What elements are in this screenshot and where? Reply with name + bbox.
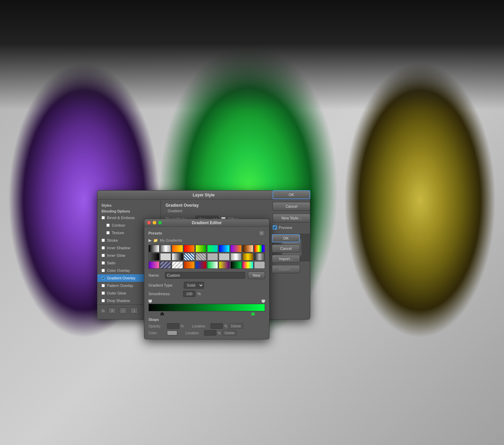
ge-stop-color-label: Color: <box>148 331 166 335</box>
ge-folder-row[interactable]: ▶ 📁 My Gradients <box>148 238 265 243</box>
ge-opacity-stop-right[interactable] <box>262 300 265 303</box>
gradient-editor-body: OK Cancel Import... Export... Presets ⚙ … <box>144 227 269 339</box>
preset-swatch-13[interactable] <box>172 253 183 261</box>
preset-swatch-2[interactable] <box>160 245 171 252</box>
preset-swatch-18[interactable] <box>230 253 241 261</box>
preset-swatch-11[interactable] <box>148 253 159 261</box>
ls-checkbox-inner-glow[interactable] <box>101 254 105 257</box>
ge-gradient-area <box>148 300 265 315</box>
ge-expand-icon: ▶ <box>148 238 152 243</box>
preset-swatch-15[interactable] <box>195 253 206 261</box>
preset-swatch-7[interactable] <box>219 245 230 252</box>
preset-swatch-19[interactable] <box>242 253 253 261</box>
preset-swatch-23[interactable] <box>172 261 183 269</box>
preset-swatch-17[interactable] <box>219 253 230 261</box>
ls-checkbox-outer-glow[interactable] <box>101 291 105 295</box>
ls-label-inner-glow: Inner Glow <box>107 253 125 257</box>
preset-swatch-24[interactable] <box>184 261 195 269</box>
ge-ok-button[interactable]: OK <box>272 234 300 242</box>
preset-swatch-14[interactable] <box>184 253 195 261</box>
preset-swatch-5[interactable] <box>195 245 206 252</box>
cancel-button[interactable]: Cancel <box>273 202 310 211</box>
ls-checkbox-inner-shadow[interactable] <box>101 246 105 250</box>
ls-checkbox-satin[interactable] <box>101 261 105 265</box>
ok-button[interactable]: OK <box>273 190 310 199</box>
preset-swatch-26[interactable] <box>207 261 218 269</box>
ls-checkbox-pattern-overlay[interactable] <box>101 284 105 287</box>
ge-cancel-button[interactable]: Cancel <box>272 244 300 253</box>
ge-stop-color-swatch[interactable] <box>167 330 177 335</box>
gradient-editor-title: Gradient Editor <box>192 220 221 225</box>
preset-swatch-21[interactable] <box>148 261 159 269</box>
gradient-editor-titlebar: Gradient Editor <box>144 219 269 227</box>
preset-swatch-4[interactable] <box>184 245 195 252</box>
ls-checkbox-gradient-overlay[interactable] <box>101 276 105 280</box>
ge-stop-opacity-location-unit: % <box>224 324 227 328</box>
ge-color-stop-left[interactable] <box>160 312 164 315</box>
ls-label-bevel-emboss: Bevel & Emboss <box>107 216 135 220</box>
preset-swatch-20[interactable] <box>254 253 265 261</box>
ge-stops-label: Stops <box>148 317 265 322</box>
gradient-editor-buttons: OK Cancel Import... Export... <box>272 234 300 273</box>
window-control-dots <box>147 221 162 225</box>
ge-stop-opacity-input[interactable] <box>167 323 179 329</box>
ge-name-input[interactable] <box>165 272 245 279</box>
ge-import-button[interactable]: Import... <box>272 255 300 263</box>
preset-swatch-12[interactable] <box>160 253 171 261</box>
ge-presets-header: Presets ⚙ <box>148 230 265 236</box>
ge-gradient-bar[interactable] <box>148 304 265 311</box>
ge-folder-icon-symbol: 📁 <box>153 238 158 243</box>
ge-opacity-delete-btn[interactable]: Delete <box>229 323 243 329</box>
ls-checkbox-color-overlay[interactable] <box>101 269 105 272</box>
ge-new-button[interactable]: New <box>248 272 265 279</box>
ge-export-button[interactable]: Export... <box>272 265 300 273</box>
ge-bottom-stops-row <box>148 312 265 315</box>
close-dot[interactable] <box>147 221 151 225</box>
preset-swatch-30[interactable] <box>254 261 265 269</box>
preset-swatch-27[interactable] <box>219 261 230 269</box>
ge-presets-label: Presets <box>148 231 162 235</box>
ge-smoothness-unit: % <box>197 292 201 296</box>
preset-swatch-25[interactable] <box>195 261 206 269</box>
maximize-dot[interactable] <box>158 221 162 225</box>
ge-color-stop-row: Color: Location: % Delete <box>148 330 265 336</box>
preset-swatch-22[interactable] <box>160 261 171 269</box>
minimize-dot[interactable] <box>153 221 156 225</box>
subtract-style-btn[interactable]: − <box>119 308 127 314</box>
ge-color-delete-btn[interactable]: Delete <box>222 330 237 336</box>
new-style-button[interactable]: New Style... <box>273 214 310 222</box>
preset-swatch-10[interactable] <box>254 245 265 252</box>
ge-stop-opacity-location-input[interactable] <box>211 323 223 329</box>
ge-gear-button[interactable]: ⚙ <box>258 230 265 236</box>
preset-swatch-6[interactable] <box>207 245 218 252</box>
preset-swatch-8[interactable] <box>230 245 241 252</box>
ge-stop-color-location-input[interactable] <box>204 330 216 336</box>
preview-checkbox[interactable] <box>273 225 277 230</box>
ge-opacity-stop-left[interactable] <box>148 300 152 303</box>
ge-stop-color-location-unit: % <box>218 331 221 335</box>
ls-checkbox-bevel-emboss[interactable] <box>101 216 105 219</box>
ls-label-gradient-overlay: Gradient Overlay <box>107 276 135 280</box>
ge-type-select[interactable]: Solid Noise <box>184 282 204 289</box>
preset-swatch-28[interactable] <box>230 261 241 269</box>
ls-checkbox-texture[interactable] <box>106 231 110 234</box>
ls-checkbox-drop-shadow[interactable] <box>101 299 105 302</box>
ge-smoothness-input[interactable] <box>183 291 195 297</box>
ls-checkbox-contour[interactable] <box>106 224 110 227</box>
ls-checkbox-stroke[interactable] <box>101 239 105 242</box>
preset-swatch-3[interactable] <box>172 245 183 252</box>
preset-swatch-16[interactable] <box>207 253 218 261</box>
ge-stop-opacity-location-label: Location: <box>192 324 209 328</box>
ls-label-satin: Satin <box>107 261 116 265</box>
preset-swatch-1[interactable] <box>148 245 159 252</box>
ge-folder-label: My Gradients <box>160 238 182 242</box>
ge-stop-color-location-label: Location: <box>185 331 203 335</box>
add-style-btn[interactable]: + <box>108 308 116 314</box>
ge-name-row: Name: New <box>148 272 265 279</box>
ge-opacity-stop-row: Opacity: % Location: % Delete <box>148 323 265 329</box>
ge-color-stop-right[interactable] <box>251 312 255 315</box>
preset-swatch-9[interactable] <box>242 245 253 252</box>
move-style-btn[interactable]: ↕ <box>130 308 138 314</box>
preset-swatch-29[interactable] <box>242 261 253 269</box>
ls-label-drop-shadow: Drop Shadow <box>107 299 130 303</box>
